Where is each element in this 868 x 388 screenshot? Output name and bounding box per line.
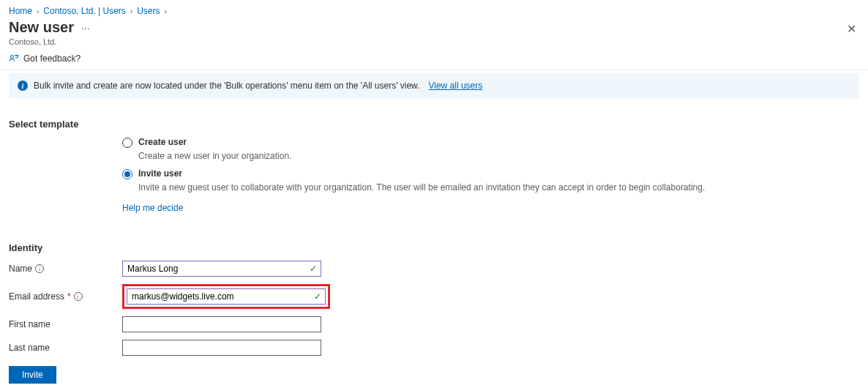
- more-button[interactable]: ···: [81, 22, 90, 34]
- email-input[interactable]: [127, 288, 326, 305]
- last-name-label: Last name: [9, 343, 122, 353]
- view-all-users-link[interactable]: View all users: [428, 81, 482, 91]
- radio-create-user[interactable]: Create user: [122, 137, 859, 148]
- email-label: Email address * i: [9, 291, 122, 302]
- chevron-right-icon: ›: [37, 7, 39, 15]
- breadcrumb: Home › Contoso, Ltd. | Users › Users ›: [0, 0, 868, 19]
- required-marker: *: [67, 291, 71, 302]
- help-me-decide-link[interactable]: Help me decide: [122, 203, 183, 213]
- select-template-heading: Select template: [9, 119, 859, 130]
- info-icon: i: [18, 81, 28, 91]
- breadcrumb-org-users[interactable]: Contoso, Ltd. | Users: [43, 6, 126, 16]
- radio-label: Create user: [138, 137, 187, 147]
- first-name-label: First name: [9, 319, 122, 329]
- close-icon[interactable]: ✕: [844, 19, 859, 39]
- chevron-right-icon: ›: [165, 7, 167, 15]
- page-title: New user: [9, 19, 74, 36]
- radio-icon: [122, 169, 132, 179]
- template-options: Create user Create a new user in your or…: [122, 137, 859, 213]
- radio-create-user-desc: Create a new user in your organization.: [138, 151, 859, 161]
- radio-icon: [122, 138, 132, 148]
- info-banner: i Bulk invite and create are now located…: [9, 73, 859, 98]
- page-header: New user ··· Contoso, Ltd. ✕: [0, 19, 868, 49]
- last-name-input[interactable]: [122, 340, 321, 356]
- first-name-input[interactable]: [122, 316, 321, 332]
- page-subtitle: Contoso, Ltd.: [9, 37, 90, 46]
- content-scroll[interactable]: i Bulk invite and create are now located…: [0, 59, 868, 359]
- radio-invite-user[interactable]: Invite user: [122, 168, 859, 179]
- radio-invite-user-desc: Invite a new guest user to collaborate w…: [138, 182, 859, 193]
- info-banner-text: Bulk invite and create are now located u…: [34, 81, 419, 91]
- chevron-right-icon: ›: [130, 7, 132, 15]
- identity-heading: Identity: [9, 242, 859, 253]
- invite-button[interactable]: Invite: [9, 366, 56, 384]
- name-label: Name i: [9, 264, 122, 274]
- info-icon[interactable]: i: [74, 292, 83, 301]
- footer-bar: Invite: [0, 362, 868, 388]
- breadcrumb-home[interactable]: Home: [9, 6, 32, 16]
- check-icon: ✓: [310, 264, 317, 274]
- breadcrumb-users[interactable]: Users: [137, 6, 160, 16]
- svg-point-0: [10, 55, 13, 58]
- radio-label: Invite user: [138, 168, 182, 179]
- check-icon: ✓: [314, 291, 321, 302]
- name-input[interactable]: [122, 261, 321, 277]
- info-icon[interactable]: i: [35, 264, 44, 273]
- email-highlight: ✓: [122, 284, 330, 309]
